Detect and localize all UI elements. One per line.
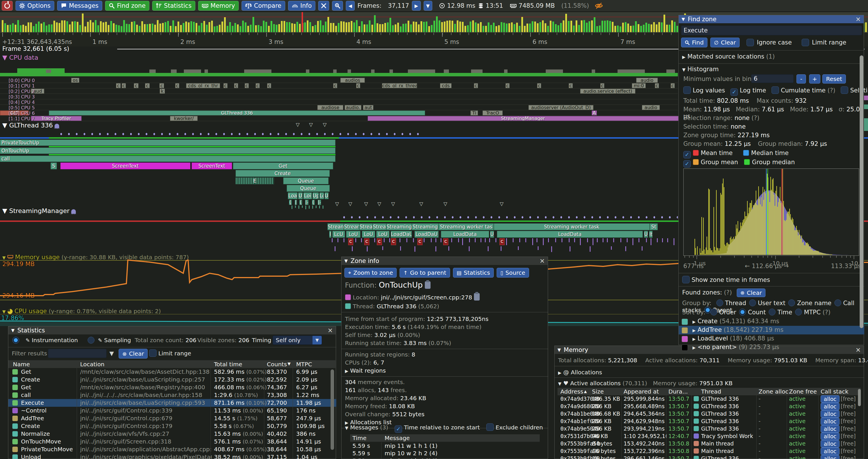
frame-bar[interactable] xyxy=(128,24,130,32)
cpu-timeline-zone[interactable]: c xyxy=(175,83,179,88)
cpu-timeline-zone[interactable]: c xyxy=(333,83,337,88)
frame-bar[interactable] xyxy=(33,26,34,32)
frame-bar[interactable] xyxy=(573,26,575,32)
frame-bar[interactable] xyxy=(286,22,288,32)
frame-bar[interactable] xyxy=(558,25,559,32)
frame-bar[interactable] xyxy=(102,22,104,32)
frame-bar[interactable] xyxy=(382,24,383,32)
timeline-zone[interactable]: Up xyxy=(312,192,319,199)
timeline-zone[interactable]: Streaming worker task xyxy=(494,223,650,230)
frame-bar[interactable] xyxy=(426,22,427,32)
timeline-zone[interactable]: PrivateTouchUp xyxy=(0,139,336,146)
cpu-timeline-zone[interactable]: audio xyxy=(642,105,660,110)
memory-col-7[interactable]: Call stack xyxy=(820,388,848,395)
frame-bar[interactable] xyxy=(22,25,24,32)
found-zone-row[interactable]: ▶ <no parent> (9) 225.73 µs xyxy=(679,343,864,352)
frame-bar[interactable] xyxy=(66,21,68,32)
frame-bar[interactable] xyxy=(351,21,352,32)
crash-mark[interactable]: C xyxy=(348,238,353,245)
frame-bar[interactable] xyxy=(459,22,461,32)
message-tick[interactable] xyxy=(627,238,628,242)
frame-bar[interactable] xyxy=(7,25,9,32)
memory-col-3[interactable]: Dura... xyxy=(669,388,688,395)
frame-bar[interactable] xyxy=(185,22,187,32)
frame-bar[interactable] xyxy=(635,21,637,32)
groupby-call-stacks-radio[interactable] xyxy=(834,299,841,306)
message-tick[interactable] xyxy=(580,238,581,245)
frame-triangle-marker[interactable]: ▽ xyxy=(377,201,381,207)
frame-bar[interactable] xyxy=(371,25,373,32)
frame-bar[interactable] xyxy=(113,23,115,32)
frame-bar[interactable] xyxy=(263,21,265,32)
frame-triangle-marker[interactable]: ▽ xyxy=(323,122,327,127)
frame-bar[interactable] xyxy=(379,24,381,32)
frame-bar[interactable] xyxy=(35,24,37,32)
alloc-callstack-button[interactable]: alloc xyxy=(820,448,840,455)
frame-bar[interactable] xyxy=(131,22,133,32)
find-zone-button[interactable]: Find zone xyxy=(105,1,149,11)
frame-bar[interactable] xyxy=(648,24,650,32)
frame-triangle-marker[interactable]: ▽ xyxy=(296,122,300,127)
instrumentation-radio[interactable] xyxy=(12,337,19,343)
sample-dots-row[interactable] xyxy=(340,215,678,219)
timeline-zone[interactable]: call xyxy=(0,156,336,162)
message-tick[interactable] xyxy=(406,238,407,242)
message-tick[interactable] xyxy=(480,238,482,242)
timeline-zone[interactable]: Loi xyxy=(303,192,312,199)
frame-triangle-marker[interactable]: ▽ xyxy=(420,201,423,207)
statistics-panel-header[interactable]: ▼ Statistics ✕ xyxy=(8,326,336,334)
frame-bar[interactable] xyxy=(92,22,94,32)
frame-bar[interactable] xyxy=(61,21,63,32)
frame-bar[interactable] xyxy=(170,26,172,32)
memory-table-row[interactable]: 0x74ab1ef040256 KB294,629,948ns13:50.7GL… xyxy=(558,418,861,425)
frame-bar[interactable] xyxy=(204,21,205,32)
frame-bar[interactable] xyxy=(178,22,179,32)
cpu-timeline-zone[interactable]: c xyxy=(256,83,260,88)
frame-bar[interactable] xyxy=(446,21,448,32)
clipboard-icon[interactable] xyxy=(474,293,480,300)
cpu-timeline-zone[interactable]: c xyxy=(134,83,138,88)
message-tick[interactable] xyxy=(548,238,549,242)
message-tick[interactable] xyxy=(587,238,588,242)
frame-bar[interactable] xyxy=(325,22,327,32)
frame-bar[interactable] xyxy=(289,22,290,32)
glthread-section-header[interactable]: ▼ GLThread 336 xyxy=(2,122,53,129)
frame-bar[interactable] xyxy=(221,22,223,32)
frame-bar[interactable] xyxy=(524,26,526,32)
timeline-zone[interactable]: LoU xyxy=(362,231,375,238)
frame-bar[interactable] xyxy=(314,25,316,32)
message-tick[interactable] xyxy=(561,238,562,242)
frame-bar[interactable] xyxy=(658,22,660,32)
message-tick[interactable] xyxy=(651,238,651,245)
timeline-zone[interactable]: Strear xyxy=(344,223,359,230)
go-to-parent-button[interactable]: ↑Go to parent xyxy=(400,268,450,277)
message-tick[interactable] xyxy=(620,238,621,242)
cpu-timeline-zone[interactable]: audio. xyxy=(345,105,361,110)
timeline-zone[interactable]: Create xyxy=(236,170,330,177)
cpu-timeline-zone[interactable]: Tracy Profiler xyxy=(31,116,82,121)
found-zone-row[interactable]: ▶ Create (54,131) 643.34 ms xyxy=(679,317,864,326)
cpu-timeline-zone[interactable]: c xyxy=(505,83,509,88)
frame-bar[interactable] xyxy=(591,21,593,32)
frame-bar[interactable] xyxy=(656,24,657,32)
crash-mark[interactable]: C xyxy=(443,238,448,245)
frame-bar[interactable] xyxy=(240,26,241,32)
frame-bar[interactable] xyxy=(464,26,466,32)
frame-bar[interactable] xyxy=(12,23,14,32)
timeline-zone[interactable]: LoadData xyxy=(441,231,489,238)
message-tick[interactable] xyxy=(674,238,674,245)
frame-bar[interactable] xyxy=(232,26,234,32)
frame-bar[interactable] xyxy=(625,22,626,32)
clear-button[interactable]: ∅Clear xyxy=(710,38,740,47)
stats-table-row[interactable]: Normalizejni/../jni/src/claw/vfs/Vfs.cpp… xyxy=(8,430,336,438)
cpu-timeline-zone[interactable]: audioserver (AudioOut_D) xyxy=(528,105,593,110)
frame-bar[interactable] xyxy=(594,17,595,32)
timeline-zone[interactable]: LoadDaU xyxy=(391,231,412,238)
frame-bar[interactable] xyxy=(514,24,515,32)
power-button[interactable] xyxy=(2,1,13,11)
frame-bar[interactable] xyxy=(198,26,200,32)
frame-bar[interactable] xyxy=(475,22,476,32)
cpu-timeline-zone[interactable]: c xyxy=(569,83,573,88)
options-button[interactable]: Options xyxy=(16,1,54,11)
frame-bar[interactable] xyxy=(247,26,249,32)
